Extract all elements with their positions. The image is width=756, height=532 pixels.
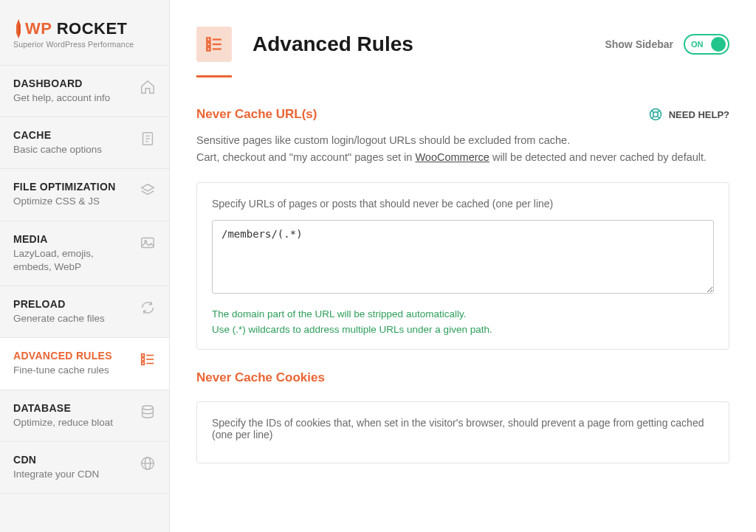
rocket-icon bbox=[13, 19, 24, 38]
nav-title: CDN bbox=[13, 454, 134, 466]
logo-tagline: Superior WordPress Performance bbox=[13, 40, 156, 49]
sidebar-item-dashboard[interactable]: DASHBOARDGet help, account info bbox=[0, 65, 169, 117]
svg-rect-8 bbox=[142, 358, 145, 361]
main-content: Advanced Rules Show Sidebar ON Never Cac… bbox=[170, 0, 756, 532]
sidebar-item-database[interactable]: DATABASEOptimize, reduce bloat bbox=[0, 390, 169, 442]
globe-icon bbox=[140, 455, 156, 471]
nav-title: CACHE bbox=[13, 129, 134, 141]
nav: DASHBOARDGet help, account info CACHEBas… bbox=[0, 65, 169, 493]
sidebar-item-preload[interactable]: PRELOADGenerate cache files bbox=[0, 286, 169, 338]
nav-sub: LazyLoad, emojis, embeds, WebP bbox=[13, 247, 134, 274]
svg-point-23 bbox=[653, 112, 658, 117]
database-icon bbox=[140, 404, 156, 420]
nav-sub: Basic cache options bbox=[13, 143, 134, 156]
nav-title: PRELOAD bbox=[13, 298, 134, 310]
logo-wp: WP bbox=[25, 19, 52, 38]
svg-rect-4 bbox=[142, 238, 154, 247]
nav-sub: Get help, account info bbox=[13, 91, 134, 105]
sidebar-item-file-optimization[interactable]: FILE OPTIMIZATIONOptimize CSS & JS bbox=[0, 168, 169, 221]
svg-rect-16 bbox=[207, 38, 210, 41]
refresh-icon bbox=[140, 300, 156, 316]
page-header: Advanced Rules Show Sidebar ON bbox=[196, 27, 729, 62]
input-hint: The domain part of the URL will be strip… bbox=[212, 307, 714, 337]
input-label: Specify the IDs of cookies that, when se… bbox=[212, 417, 714, 441]
sidebar-item-media[interactable]: MEDIALazyLoad, emojis, embeds, WebP bbox=[0, 221, 169, 286]
input-label: Specify URLs of pages or posts that shou… bbox=[212, 198, 714, 210]
nav-sub: Optimize, reduce bloat bbox=[13, 416, 134, 429]
nav-title: FILE OPTIMIZATION bbox=[13, 181, 134, 193]
layers-icon bbox=[140, 182, 156, 198]
nav-sub: Optimize CSS & JS bbox=[13, 195, 134, 208]
lifebuoy-icon bbox=[648, 107, 663, 122]
nav-title: ADVANCED RULES bbox=[13, 350, 134, 362]
never-cache-cookies-box: Specify the IDs of cookies that, when se… bbox=[196, 401, 729, 463]
nav-sub: Integrate your CDN bbox=[13, 468, 134, 481]
show-sidebar-label: Show Sidebar bbox=[605, 38, 673, 50]
active-tab-indicator bbox=[196, 75, 232, 77]
section-title-never-cache-urls: Never Cache URL(s) bbox=[196, 107, 317, 122]
nav-title: DATABASE bbox=[13, 402, 134, 414]
never-cache-urls-box: Specify URLs of pages or posts that shou… bbox=[196, 182, 729, 350]
sidebar-item-advanced-rules[interactable]: ADVANCED RULESFine-tune cache rules bbox=[0, 337, 169, 390]
svg-rect-18 bbox=[207, 43, 210, 46]
list-rules-icon bbox=[205, 35, 224, 54]
page-icon bbox=[196, 27, 232, 62]
svg-point-12 bbox=[142, 405, 154, 410]
need-help-label: NEED HELP? bbox=[669, 109, 729, 120]
toggle-state: ON bbox=[691, 40, 704, 49]
nav-title: MEDIA bbox=[13, 233, 134, 245]
nav-title: DASHBOARD bbox=[13, 77, 134, 89]
sidebar: WP ROCKET Superior WordPress Performance… bbox=[0, 0, 170, 532]
document-icon bbox=[140, 131, 156, 147]
show-sidebar-toggle[interactable]: ON bbox=[684, 34, 729, 55]
image-icon bbox=[140, 235, 156, 251]
list-rules-icon bbox=[140, 351, 156, 367]
nav-sub: Fine-tune cache rules bbox=[13, 364, 134, 377]
section-header: Never Cache URL(s) NEED HELP? bbox=[196, 107, 729, 122]
svg-rect-20 bbox=[207, 47, 210, 50]
sidebar-item-cdn[interactable]: CDNIntegrate your CDN bbox=[0, 441, 169, 494]
need-help-button[interactable]: NEED HELP? bbox=[648, 107, 729, 122]
svg-rect-6 bbox=[142, 354, 145, 357]
page-title: Advanced Rules bbox=[252, 32, 413, 56]
toggle-knob bbox=[711, 37, 726, 52]
never-cache-urls-textarea[interactable] bbox=[212, 220, 714, 294]
nav-sub: Generate cache files bbox=[13, 312, 134, 325]
home-icon bbox=[140, 79, 156, 95]
woocommerce-link[interactable]: WooCommerce bbox=[415, 151, 489, 163]
logo: WP ROCKET Superior WordPress Performance bbox=[0, 0, 169, 65]
svg-rect-10 bbox=[142, 362, 145, 365]
section-title-never-cache-cookies: Never Cache Cookies bbox=[196, 370, 729, 385]
sidebar-item-cache[interactable]: CACHEBasic cache options bbox=[0, 117, 169, 169]
logo-rocket: ROCKET bbox=[57, 19, 128, 38]
section-description: Sensitive pages like custom login/logout… bbox=[196, 132, 729, 166]
